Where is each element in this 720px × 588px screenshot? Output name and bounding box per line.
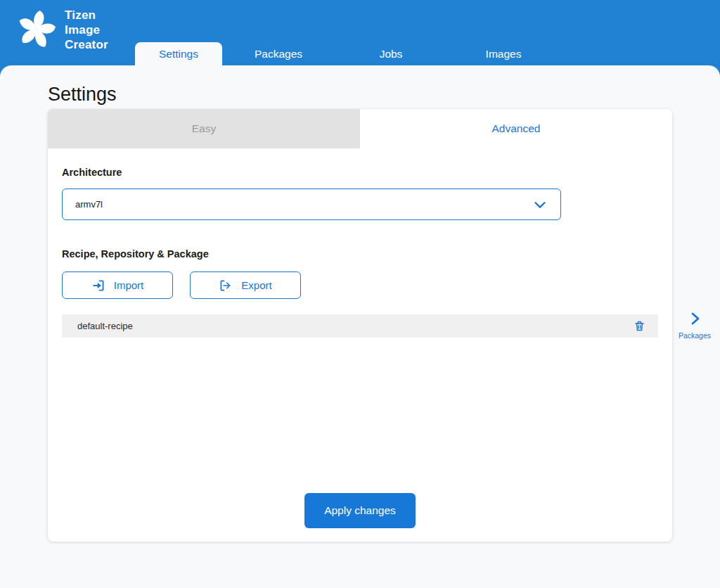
- nav-tab-packages[interactable]: Packages: [222, 42, 335, 65]
- brand-title: Tizen Image Creator: [65, 8, 108, 52]
- brand: Tizen Image Creator: [14, 4, 108, 55]
- settings-form: Architecture armv7l Recipe, Repository &…: [48, 167, 672, 338]
- page-title: Settings: [48, 84, 117, 106]
- import-button-label: Import: [114, 279, 144, 291]
- settings-mode-tabs: Easy Advanced: [48, 109, 672, 148]
- nav-tab-images[interactable]: Images: [447, 42, 560, 65]
- recipe-name: default-recipe: [77, 321, 133, 331]
- apply-area: Apply changes: [48, 493, 672, 528]
- settings-card: Easy Advanced Architecture armv7l Recipe…: [48, 109, 672, 542]
- recipe-actions: Import Export: [62, 271, 658, 299]
- tab-easy[interactable]: Easy: [48, 109, 360, 148]
- packages-drawer-toggle[interactable]: Packages: [676, 310, 713, 340]
- tab-advanced[interactable]: Advanced: [360, 109, 672, 148]
- app-header: Tizen Image Creator Settings Packages Jo…: [0, 0, 720, 65]
- packages-drawer-label: Packages: [679, 331, 711, 340]
- tizen-pinwheel-logo: [14, 4, 59, 55]
- export-button-label: Export: [241, 279, 271, 291]
- chevron-right-icon: [686, 310, 703, 327]
- chevron-down-icon: [532, 197, 548, 212]
- nav-tab-settings[interactable]: Settings: [135, 42, 222, 65]
- trash-icon: [634, 320, 645, 332]
- apply-changes-button[interactable]: Apply changes: [304, 493, 416, 528]
- content-sheet: Settings Easy Advanced Architecture armv…: [0, 65, 720, 588]
- architecture-selected-value: armv7l: [75, 199, 103, 210]
- architecture-label: Architecture: [62, 167, 658, 178]
- nav-tab-jobs[interactable]: Jobs: [335, 42, 447, 65]
- import-icon: [91, 279, 105, 293]
- main-nav: Settings Packages Jobs Images: [135, 42, 560, 65]
- import-button[interactable]: Import: [62, 271, 173, 299]
- export-button[interactable]: Export: [190, 271, 301, 299]
- recipe-list-item: default-recipe: [62, 314, 658, 338]
- architecture-select[interactable]: armv7l: [62, 188, 561, 220]
- recipe-section-label: Recipe, Repository & Package: [62, 248, 658, 260]
- delete-recipe-button[interactable]: [632, 319, 647, 333]
- export-icon: [219, 279, 233, 293]
